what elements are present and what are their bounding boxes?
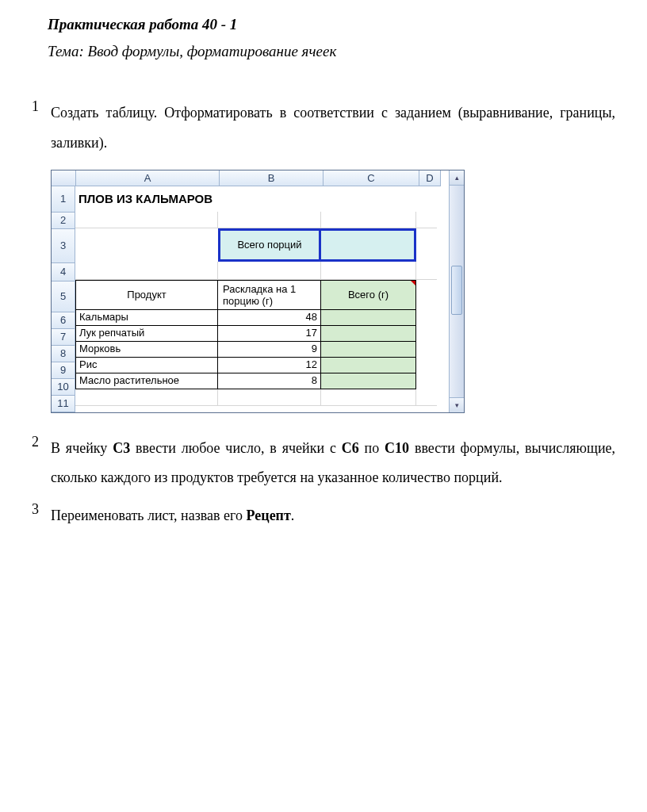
row-header[interactable]: 11 (52, 396, 75, 412)
cell[interactable] (75, 389, 218, 405)
cell[interactable] (321, 212, 416, 228)
cell-c5[interactable]: Всего (г) (321, 280, 416, 310)
scroll-up-icon[interactable]: ▴ (450, 170, 464, 186)
cell[interactable] (416, 280, 437, 310)
cell-product[interactable]: Масло растительное (75, 373, 218, 389)
cell[interactable] (75, 262, 218, 279)
excel-screenshot: A B C D 1 2 3 4 5 6 7 8 9 (51, 170, 615, 413)
cell-total[interactable] (321, 358, 416, 373)
item-text: В ячейку С3 ввести любое число, в ячейки… (51, 434, 615, 494)
item-number: 3 (32, 501, 51, 518)
cell[interactable] (321, 389, 416, 405)
cell[interactable] (218, 389, 321, 405)
cell-total[interactable] (321, 326, 416, 342)
cell-product[interactable]: Морковь (75, 342, 218, 358)
cell-qty[interactable]: 12 (218, 358, 321, 373)
col-header-d[interactable]: D (419, 170, 441, 186)
cell-total[interactable] (321, 310, 416, 326)
cell-total[interactable] (321, 373, 416, 389)
cell-qty[interactable]: 8 (218, 373, 321, 389)
doc-title: Практическая работа 40 - 1 (48, 16, 615, 33)
cell-product[interactable]: Лук репчатый (75, 326, 218, 342)
cell-c3[interactable] (321, 228, 416, 262)
col-header-b[interactable]: B (220, 170, 324, 186)
row-header[interactable]: 6 (52, 312, 75, 329)
col-header-c[interactable]: C (324, 170, 419, 186)
cell-a5[interactable]: Продукт (75, 280, 218, 310)
cell-product[interactable]: Кальмары (75, 310, 218, 326)
item-text: Создать таблицу. Отформатировать в соотв… (51, 98, 615, 159)
cell[interactable] (416, 212, 437, 228)
cell[interactable] (416, 373, 437, 389)
list-item-3: 3 Переименовать лист, назвав его Рецепт. (32, 501, 615, 531)
cell-qty[interactable]: 17 (218, 326, 321, 342)
cell-total[interactable] (321, 342, 416, 358)
row-header[interactable]: 9 (52, 362, 75, 379)
cell[interactable] (321, 262, 416, 279)
cell[interactable] (416, 228, 437, 262)
cell-b3[interactable]: Всего порций (218, 228, 321, 262)
cell[interactable] (416, 262, 437, 279)
list-item-2: 2 В ячейку С3 ввести любое число, в ячей… (32, 434, 615, 494)
item-text: Переименовать лист, назвав его Рецепт. (51, 501, 615, 531)
cell[interactable] (416, 326, 437, 342)
row-header[interactable]: 5 (52, 282, 75, 312)
select-all-corner[interactable] (52, 170, 76, 186)
row-header[interactable]: 10 (52, 379, 75, 396)
cell-product[interactable]: Рис (75, 358, 218, 373)
cell[interactable] (218, 262, 321, 279)
cell[interactable] (416, 342, 437, 358)
item-number: 2 (32, 434, 51, 450)
scroll-thumb[interactable] (451, 266, 462, 315)
item-number: 1 (32, 98, 51, 115)
list-item-1: 1 Создать таблицу. Отформатировать в соо… (32, 98, 615, 159)
row-header[interactable]: 2 (52, 213, 75, 229)
row-header[interactable]: 4 (52, 263, 75, 282)
row-header[interactable]: 7 (52, 329, 75, 346)
col-header-a[interactable]: A (76, 170, 220, 186)
row-header[interactable]: 8 (52, 346, 75, 362)
cell[interactable] (75, 212, 218, 228)
cell[interactable] (416, 389, 437, 405)
cell[interactable] (75, 228, 218, 262)
scroll-down-icon[interactable]: ▾ (450, 397, 464, 412)
cell-qty[interactable]: 9 (218, 342, 321, 358)
cell[interactable] (218, 212, 321, 228)
vertical-scrollbar[interactable]: ▴ ▾ (449, 170, 464, 412)
cell-b5[interactable]: Раскладка на 1 порцию (г) (218, 280, 321, 310)
cell[interactable] (416, 358, 437, 373)
row-header[interactable]: 1 (52, 186, 75, 213)
row-header[interactable]: 3 (52, 229, 75, 263)
cell-qty[interactable]: 48 (218, 310, 321, 326)
cell[interactable] (416, 310, 437, 326)
cell-a1[interactable]: ПЛОВ ИЗ КАЛЬМАРОВ (75, 186, 437, 212)
doc-theme: Тема: Ввод формулы, форматирование ячеек (48, 43, 615, 60)
